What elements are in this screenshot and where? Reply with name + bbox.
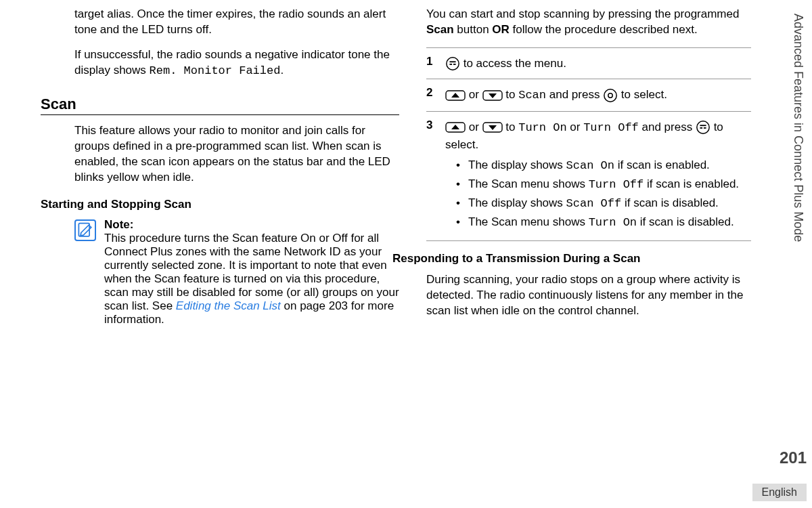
step-body: to access the menu. [445,55,751,72]
text-fragment: to [503,121,519,133]
down-button-icon [482,121,503,133]
display-text-code: Turn On [589,216,637,229]
column-left: target alias. Once the timer expires, th… [41,7,399,501]
text-fragment: The Scan menu shows [468,177,589,190]
scan-button-ref: Scan [426,23,454,36]
text-fragment: OR [492,23,510,36]
prev-section-continuation-1: target alias. Once the timer expires, th… [74,7,399,38]
scan-description: This feature allows your radio to monito… [74,123,399,186]
display-text-code: Turn Off [583,121,639,134]
text-fragment: The Scan menu shows [468,215,589,228]
chapter-side-label: Advanced Features in Connect Plus Mode [791,14,805,242]
display-text-code: Turn Off [589,178,644,191]
note-block: Note: This procedure turns the Scan feat… [74,218,399,326]
display-text-code: Rem. Monitor Failed [150,64,281,77]
up-button-icon [445,89,466,102]
text-fragment: if scan is disabled. [621,196,719,209]
down-button-icon [482,89,503,102]
responding-description: During scanning, your radio stops on a g… [426,272,751,319]
text-fragment: and press [639,121,696,133]
text-fragment: follow the procedure described next. [510,23,698,36]
text-fragment: . [280,64,284,77]
menu-button-icon [696,120,710,135]
list-item: The Scan menu shows Turn Off if scan is … [456,177,751,193]
step-number: 3 [426,119,438,234]
text-fragment: button [454,23,493,36]
text-fragment: or [466,88,482,101]
start-stop-intro: You can start and stop scanning by press… [426,7,751,38]
text-fragment: or [466,121,482,133]
up-button-icon [445,121,466,133]
list-item: The Scan menu shows Turn On if scan is d… [456,215,751,231]
page-number: 201 [780,448,807,467]
list-item: The display shows Scan Off if scan is di… [456,196,751,212]
display-text-code: Scan Off [566,197,622,210]
note-body: Note: This procedure turns the Scan feat… [104,218,399,326]
step-3: 3 or to Turn On or Turn Off and press to… [426,112,751,240]
text-fragment: to select. [618,88,667,101]
text-fragment: to [503,88,519,101]
note-label: Note: [104,218,399,232]
language-indicator: English [752,484,807,501]
step-number: 2 [426,86,438,104]
text-fragment: The display shows [468,196,566,209]
display-text-code: Turn On [518,121,566,134]
ok-button-icon [603,88,618,103]
text-fragment: if scan is disabled. [637,215,734,228]
step-body: or to Turn On or Turn Off and press to s… [445,119,751,234]
text-fragment: You can start and stop scanning by press… [426,7,739,20]
text-fragment: if scan is enabled. [614,158,710,171]
list-item: The display shows Scan On if scan is ena… [456,158,751,174]
step-1: 1 to access the menu. [426,48,751,79]
text-fragment: The display shows [468,158,566,171]
responding-heading: Responding to a Transmission During a Sc… [392,252,751,266]
text-fragment: or [567,121,584,133]
text-fragment: and press [546,88,603,101]
editing-scan-list-link[interactable]: Editing the Scan List [176,299,281,312]
step-3-results: The display shows Scan On if scan is ena… [445,158,751,231]
page-content: target alias. Once the timer expires, th… [0,0,812,508]
note-icon [74,219,96,241]
procedure-steps: 1 to access the menu. 2 or to Scan and p… [426,47,751,241]
scan-heading: Scan [41,96,399,115]
menu-button-icon [445,56,460,71]
step-body: or to Scan and press to select. [445,86,751,104]
display-text-code: Scan [518,89,546,102]
display-text-code: Scan On [566,159,614,172]
step-number: 1 [426,55,438,72]
text-fragment: to access the menu. [460,57,566,70]
column-right: You can start and stop scanning by press… [426,7,792,501]
step-2: 2 or to Scan and press to select. [426,79,751,111]
prev-section-continuation-2: If unsuccessful, the radio sounds a nega… [74,47,399,79]
text-fragment: if scan is enabled. [644,177,739,190]
starting-stopping-scan-heading: Starting and Stopping Scan [41,198,399,211]
